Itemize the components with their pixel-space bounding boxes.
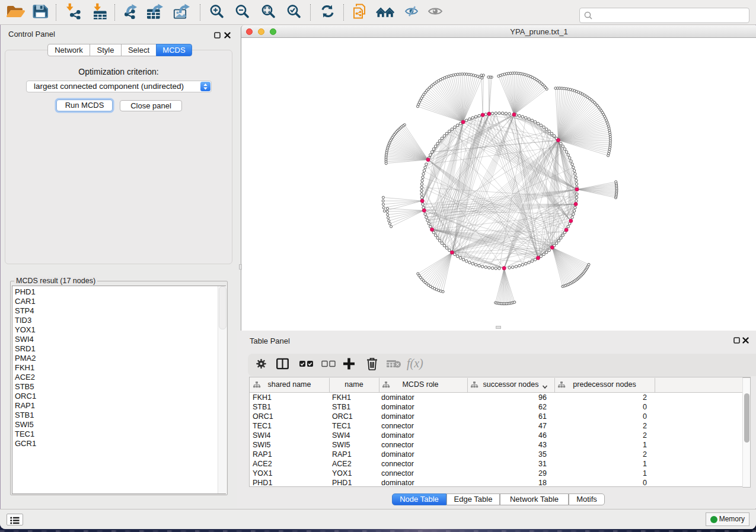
svg-text:f(x): f(x) xyxy=(407,357,423,370)
